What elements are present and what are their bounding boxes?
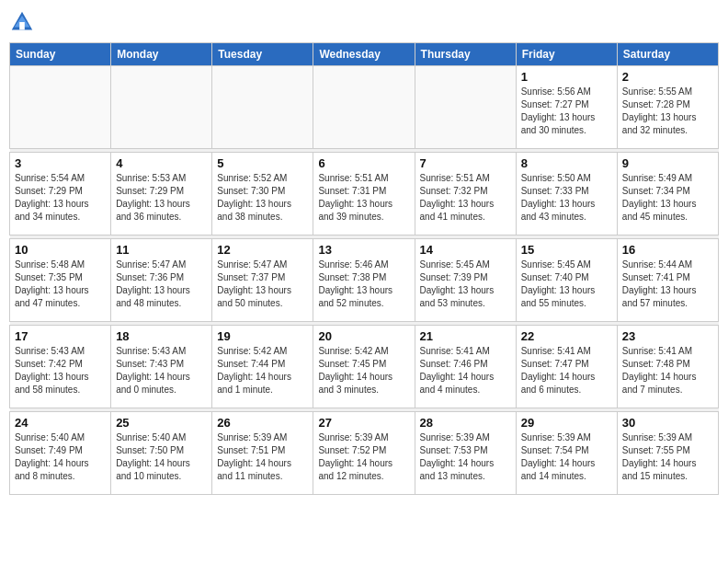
table-row: 26Sunrise: 5:39 AM Sunset: 7:51 PM Dayli… bbox=[212, 412, 313, 495]
day-info: Sunrise: 5:44 AM Sunset: 7:41 PM Dayligh… bbox=[622, 259, 713, 310]
table-row: 4Sunrise: 5:53 AM Sunset: 7:29 PM Daylig… bbox=[111, 153, 212, 236]
table-row: 14Sunrise: 5:45 AM Sunset: 7:39 PM Dayli… bbox=[415, 239, 516, 322]
day-info: Sunrise: 5:43 AM Sunset: 7:42 PM Dayligh… bbox=[15, 345, 106, 396]
col-tuesday: Tuesday bbox=[212, 43, 313, 66]
table-row: 22Sunrise: 5:41 AM Sunset: 7:47 PM Dayli… bbox=[516, 326, 617, 408]
day-info: Sunrise: 5:55 AM Sunset: 7:28 PM Dayligh… bbox=[622, 86, 713, 137]
day-info: Sunrise: 5:51 AM Sunset: 7:31 PM Dayligh… bbox=[318, 172, 409, 224]
calendar-week-row: 24Sunrise: 5:40 AM Sunset: 7:49 PM Dayli… bbox=[10, 412, 719, 495]
table-row bbox=[415, 66, 516, 149]
table-row: 5Sunrise: 5:52 AM Sunset: 7:30 PM Daylig… bbox=[212, 153, 313, 236]
col-friday: Friday bbox=[516, 43, 617, 66]
day-info: Sunrise: 5:42 AM Sunset: 7:45 PM Dayligh… bbox=[318, 345, 409, 396]
day-number: 18 bbox=[116, 329, 207, 343]
day-number: 13 bbox=[318, 243, 409, 257]
table-row: 23Sunrise: 5:41 AM Sunset: 7:48 PM Dayli… bbox=[617, 326, 718, 408]
day-number: 6 bbox=[318, 156, 409, 170]
day-number: 26 bbox=[217, 416, 308, 430]
page-header bbox=[9, 9, 719, 35]
col-wednesday: Wednesday bbox=[313, 43, 415, 66]
day-number: 10 bbox=[15, 243, 106, 257]
table-row: 25Sunrise: 5:40 AM Sunset: 7:50 PM Dayli… bbox=[111, 412, 212, 495]
table-row: 9Sunrise: 5:49 AM Sunset: 7:34 PM Daylig… bbox=[617, 153, 718, 236]
table-row: 30Sunrise: 5:39 AM Sunset: 7:55 PM Dayli… bbox=[617, 412, 718, 495]
table-row bbox=[10, 66, 111, 149]
day-info: Sunrise: 5:47 AM Sunset: 7:37 PM Dayligh… bbox=[217, 259, 308, 310]
table-row: 28Sunrise: 5:39 AM Sunset: 7:53 PM Dayli… bbox=[415, 412, 516, 495]
col-saturday: Saturday bbox=[617, 43, 718, 66]
table-row: 8Sunrise: 5:50 AM Sunset: 7:33 PM Daylig… bbox=[516, 153, 617, 236]
table-row: 29Sunrise: 5:39 AM Sunset: 7:54 PM Dayli… bbox=[516, 412, 617, 495]
table-row: 15Sunrise: 5:45 AM Sunset: 7:40 PM Dayli… bbox=[516, 239, 617, 322]
day-number: 9 bbox=[622, 156, 713, 170]
day-info: Sunrise: 5:41 AM Sunset: 7:47 PM Dayligh… bbox=[521, 345, 612, 396]
day-info: Sunrise: 5:41 AM Sunset: 7:48 PM Dayligh… bbox=[622, 345, 713, 396]
day-number: 25 bbox=[116, 416, 207, 430]
col-monday: Monday bbox=[111, 43, 212, 66]
day-number: 29 bbox=[521, 416, 612, 430]
day-number: 5 bbox=[217, 156, 308, 170]
table-row: 21Sunrise: 5:41 AM Sunset: 7:46 PM Dayli… bbox=[415, 326, 516, 408]
day-info: Sunrise: 5:39 AM Sunset: 7:55 PM Dayligh… bbox=[622, 431, 713, 483]
day-number: 28 bbox=[420, 416, 511, 430]
table-row: 24Sunrise: 5:40 AM Sunset: 7:49 PM Dayli… bbox=[10, 412, 111, 495]
col-sunday: Sunday bbox=[10, 43, 111, 66]
table-row: 10Sunrise: 5:48 AM Sunset: 7:35 PM Dayli… bbox=[10, 239, 111, 322]
calendar-week-row: 3Sunrise: 5:54 AM Sunset: 7:29 PM Daylig… bbox=[10, 153, 719, 236]
day-number: 1 bbox=[521, 70, 612, 84]
logo bbox=[9, 9, 37, 35]
logo-icon bbox=[9, 9, 35, 35]
day-number: 24 bbox=[15, 416, 106, 430]
table-row: 27Sunrise: 5:39 AM Sunset: 7:52 PM Dayli… bbox=[313, 412, 415, 495]
day-number: 17 bbox=[15, 329, 106, 343]
table-row: 12Sunrise: 5:47 AM Sunset: 7:37 PM Dayli… bbox=[212, 239, 313, 322]
table-row: 18Sunrise: 5:43 AM Sunset: 7:43 PM Dayli… bbox=[111, 326, 212, 408]
day-info: Sunrise: 5:39 AM Sunset: 7:51 PM Dayligh… bbox=[217, 431, 308, 483]
calendar-week-row: 10Sunrise: 5:48 AM Sunset: 7:35 PM Dayli… bbox=[10, 239, 719, 322]
table-row: 13Sunrise: 5:46 AM Sunset: 7:38 PM Dayli… bbox=[313, 239, 415, 322]
table-row: 19Sunrise: 5:42 AM Sunset: 7:44 PM Dayli… bbox=[212, 326, 313, 408]
calendar-header-row: Sunday Monday Tuesday Wednesday Thursday… bbox=[10, 43, 719, 66]
day-info: Sunrise: 5:43 AM Sunset: 7:43 PM Dayligh… bbox=[116, 345, 207, 396]
day-info: Sunrise: 5:56 AM Sunset: 7:27 PM Dayligh… bbox=[521, 86, 612, 137]
day-info: Sunrise: 5:50 AM Sunset: 7:33 PM Dayligh… bbox=[521, 172, 612, 224]
svg-rect-2 bbox=[19, 22, 25, 29]
table-row bbox=[313, 66, 415, 149]
day-number: 22 bbox=[521, 329, 612, 343]
day-number: 7 bbox=[420, 156, 511, 170]
calendar-week-row: 1Sunrise: 5:56 AM Sunset: 7:27 PM Daylig… bbox=[10, 66, 719, 149]
day-number: 20 bbox=[318, 329, 409, 343]
day-info: Sunrise: 5:41 AM Sunset: 7:46 PM Dayligh… bbox=[420, 345, 511, 396]
table-row: 2Sunrise: 5:55 AM Sunset: 7:28 PM Daylig… bbox=[617, 66, 718, 149]
day-info: Sunrise: 5:42 AM Sunset: 7:44 PM Dayligh… bbox=[217, 345, 308, 396]
day-info: Sunrise: 5:51 AM Sunset: 7:32 PM Dayligh… bbox=[420, 172, 511, 224]
day-info: Sunrise: 5:39 AM Sunset: 7:53 PM Dayligh… bbox=[420, 431, 511, 483]
table-row: 3Sunrise: 5:54 AM Sunset: 7:29 PM Daylig… bbox=[10, 153, 111, 236]
day-number: 15 bbox=[521, 243, 612, 257]
day-number: 27 bbox=[318, 416, 409, 430]
day-number: 3 bbox=[15, 156, 106, 170]
day-info: Sunrise: 5:48 AM Sunset: 7:35 PM Dayligh… bbox=[15, 259, 106, 310]
day-info: Sunrise: 5:46 AM Sunset: 7:38 PM Dayligh… bbox=[318, 259, 409, 310]
day-number: 8 bbox=[521, 156, 612, 170]
day-number: 11 bbox=[116, 243, 207, 257]
table-row: 16Sunrise: 5:44 AM Sunset: 7:41 PM Dayli… bbox=[617, 239, 718, 322]
table-row: 6Sunrise: 5:51 AM Sunset: 7:31 PM Daylig… bbox=[313, 153, 415, 236]
table-row bbox=[212, 66, 313, 149]
table-row bbox=[111, 66, 212, 149]
day-info: Sunrise: 5:45 AM Sunset: 7:40 PM Dayligh… bbox=[521, 259, 612, 310]
table-row: 1Sunrise: 5:56 AM Sunset: 7:27 PM Daylig… bbox=[516, 66, 617, 149]
day-number: 16 bbox=[622, 243, 713, 257]
table-row: 7Sunrise: 5:51 AM Sunset: 7:32 PM Daylig… bbox=[415, 153, 516, 236]
calendar-table: Sunday Monday Tuesday Wednesday Thursday… bbox=[9, 42, 719, 495]
day-number: 30 bbox=[622, 416, 713, 430]
day-number: 21 bbox=[420, 329, 511, 343]
day-number: 12 bbox=[217, 243, 308, 257]
day-number: 4 bbox=[116, 156, 207, 170]
day-info: Sunrise: 5:39 AM Sunset: 7:54 PM Dayligh… bbox=[521, 431, 612, 483]
table-row: 11Sunrise: 5:47 AM Sunset: 7:36 PM Dayli… bbox=[111, 239, 212, 322]
day-info: Sunrise: 5:45 AM Sunset: 7:39 PM Dayligh… bbox=[420, 259, 511, 310]
day-info: Sunrise: 5:40 AM Sunset: 7:50 PM Dayligh… bbox=[116, 431, 207, 483]
col-thursday: Thursday bbox=[415, 43, 516, 66]
table-row: 17Sunrise: 5:43 AM Sunset: 7:42 PM Dayli… bbox=[10, 326, 111, 408]
